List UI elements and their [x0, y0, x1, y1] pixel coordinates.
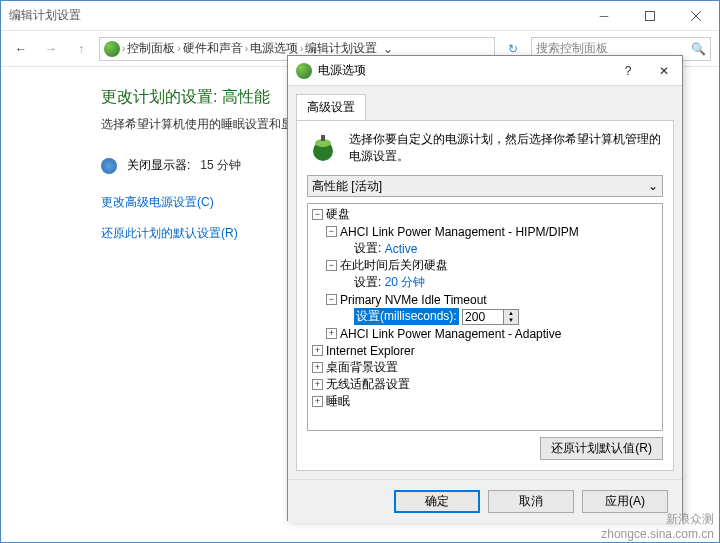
- dialog-titlebar: 电源选项 ? ✕: [288, 56, 682, 86]
- collapse-icon[interactable]: −: [326, 260, 337, 271]
- power-icon: [296, 63, 312, 79]
- setting-label: 设置:: [354, 274, 381, 291]
- tree-turn-off[interactable]: 在此时间后关闭硬盘: [340, 257, 448, 274]
- tab-strip: 高级设置: [296, 94, 674, 120]
- expand-icon[interactable]: +: [312, 379, 323, 390]
- expand-icon[interactable]: +: [326, 328, 337, 339]
- tree-wireless[interactable]: 无线适配器设置: [326, 376, 410, 393]
- tab-advanced[interactable]: 高级设置: [296, 94, 366, 120]
- settings-tree[interactable]: −硬盘 −AHCI Link Power Management - HIPM/D…: [307, 203, 663, 431]
- close-button[interactable]: [673, 1, 719, 31]
- svg-rect-3: [321, 135, 325, 141]
- window-title: 编辑计划设置: [9, 7, 581, 24]
- ahci-hipm-value[interactable]: Active: [385, 242, 418, 256]
- dialog-close-button[interactable]: ✕: [646, 56, 682, 86]
- turn-off-value[interactable]: 20 分钟: [385, 274, 426, 291]
- expand-icon[interactable]: +: [312, 345, 323, 356]
- dialog-title: 电源选项: [318, 62, 610, 79]
- spin-up[interactable]: ▲: [504, 310, 518, 317]
- help-button[interactable]: ?: [610, 56, 646, 86]
- expand-icon[interactable]: +: [312, 362, 323, 373]
- collapse-icon[interactable]: −: [326, 294, 337, 305]
- tree-ahci-hipm[interactable]: AHCI Link Power Management - HIPM/DIPM: [340, 225, 579, 239]
- apply-button[interactable]: 应用(A): [582, 490, 668, 513]
- power-plan-icon: [307, 131, 339, 163]
- cancel-button[interactable]: 取消: [488, 490, 574, 513]
- tree-sleep[interactable]: 睡眠: [326, 393, 350, 410]
- tree-nvme[interactable]: Primary NVMe Idle Timeout: [340, 293, 487, 307]
- tree-desktop-bg[interactable]: 桌面背景设置: [326, 359, 398, 376]
- maximize-button[interactable]: [627, 1, 673, 31]
- tree-ie[interactable]: Internet Explorer: [326, 344, 415, 358]
- control-panel-icon: [104, 41, 120, 57]
- ok-button[interactable]: 确定: [394, 490, 480, 513]
- display-icon: [101, 158, 117, 174]
- chevron-right-icon: ›: [300, 43, 303, 54]
- power-options-dialog: 电源选项 ? ✕ 高级设置 选择你要自定义的电源计划，然后选择你希望计算机管理的…: [287, 55, 683, 521]
- chevron-right-icon: ›: [122, 43, 125, 54]
- minimize-button[interactable]: ─: [581, 1, 627, 31]
- svg-rect-0: [646, 11, 655, 20]
- chevron-right-icon: ›: [177, 43, 180, 54]
- forward-button[interactable]: →: [39, 37, 63, 61]
- tab-content: 选择你要自定义的电源计划，然后选择你希望计算机管理的电源设置。 高性能 [活动]…: [296, 120, 674, 471]
- up-button[interactable]: ↑: [69, 37, 93, 61]
- titlebar: 编辑计划设置 ─: [1, 1, 719, 31]
- nvme-value-spinner[interactable]: ▲▼: [462, 309, 519, 325]
- power-plan-select[interactable]: 高性能 [活动] ⌄: [307, 175, 663, 197]
- collapse-icon[interactable]: −: [326, 226, 337, 237]
- breadcrumb-dropdown[interactable]: ⌄: [379, 42, 397, 56]
- spin-down[interactable]: ▼: [504, 317, 518, 324]
- chevron-down-icon: ⌄: [648, 179, 658, 193]
- back-button[interactable]: ←: [9, 37, 33, 61]
- dialog-description: 选择你要自定义的电源计划，然后选择你希望计算机管理的电源设置。: [349, 131, 663, 165]
- display-off-label: 关闭显示器:: [127, 157, 190, 174]
- setting-label: 设置:: [354, 240, 381, 257]
- tree-hard-disk[interactable]: 硬盘: [326, 206, 350, 223]
- restore-plan-defaults-button[interactable]: 还原计划默认值(R): [540, 437, 663, 460]
- breadcrumb-item[interactable]: 控制面板: [127, 40, 175, 57]
- search-icon: 🔍: [691, 42, 706, 56]
- nvme-setting-label: 设置(milliseconds):: [354, 308, 459, 325]
- watermark: 新浪众测 zhongce.sina.com.cn: [601, 512, 714, 541]
- expand-icon[interactable]: +: [312, 396, 323, 407]
- display-off-dropdown[interactable]: 15 分钟: [200, 157, 241, 174]
- tree-ahci-adaptive[interactable]: AHCI Link Power Management - Adaptive: [340, 327, 561, 341]
- plan-selected-value: 高性能 [活动]: [312, 178, 382, 195]
- breadcrumb-item[interactable]: 硬件和声音: [183, 40, 243, 57]
- collapse-icon[interactable]: −: [312, 209, 323, 220]
- nvme-value-input[interactable]: [463, 310, 503, 324]
- chevron-right-icon: ›: [245, 43, 248, 54]
